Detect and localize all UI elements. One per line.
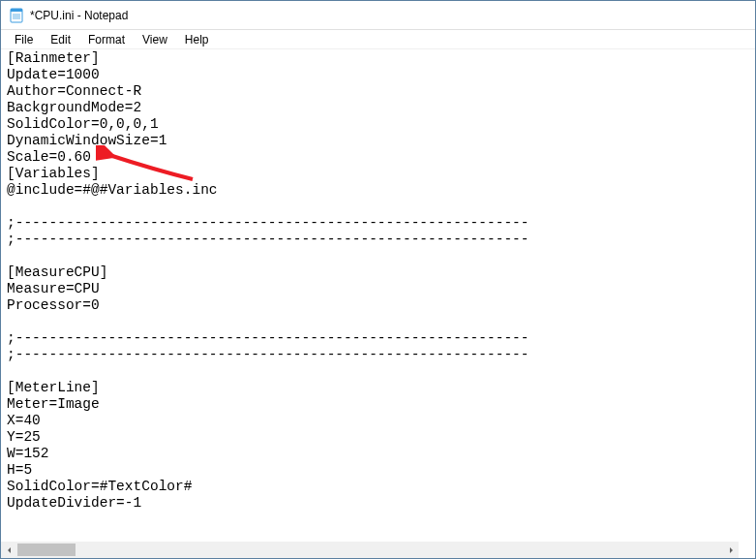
svg-marker-6: [8, 547, 11, 553]
menu-file[interactable]: File: [7, 31, 41, 48]
text-editor[interactable]: [Rainmeter] Update=1000 Author=Connect-R…: [7, 50, 749, 512]
horizontal-scrollbar[interactable]: [1, 542, 739, 558]
menubar: File Edit Format View Help: [1, 30, 755, 49]
scroll-left-button[interactable]: [1, 542, 17, 558]
window-title: *CPU.ini - Notepad: [30, 9, 128, 22]
menu-edit[interactable]: Edit: [43, 31, 78, 48]
menu-help[interactable]: Help: [177, 31, 217, 48]
titlebar: *CPU.ini - Notepad: [1, 1, 755, 30]
svg-marker-7: [730, 547, 733, 553]
scroll-right-button[interactable]: [722, 542, 739, 558]
scroll-thumb[interactable]: [17, 543, 76, 556]
scroll-track[interactable]: [17, 542, 722, 558]
content-area: [Rainmeter] Update=1000 Author=Connect-R…: [1, 49, 755, 558]
notepad-icon: [9, 8, 24, 23]
menu-view[interactable]: View: [135, 31, 175, 48]
app-window: *CPU.ini - Notepad File Edit Format View…: [0, 0, 756, 559]
menu-format[interactable]: Format: [80, 31, 133, 48]
svg-rect-1: [11, 9, 22, 12]
